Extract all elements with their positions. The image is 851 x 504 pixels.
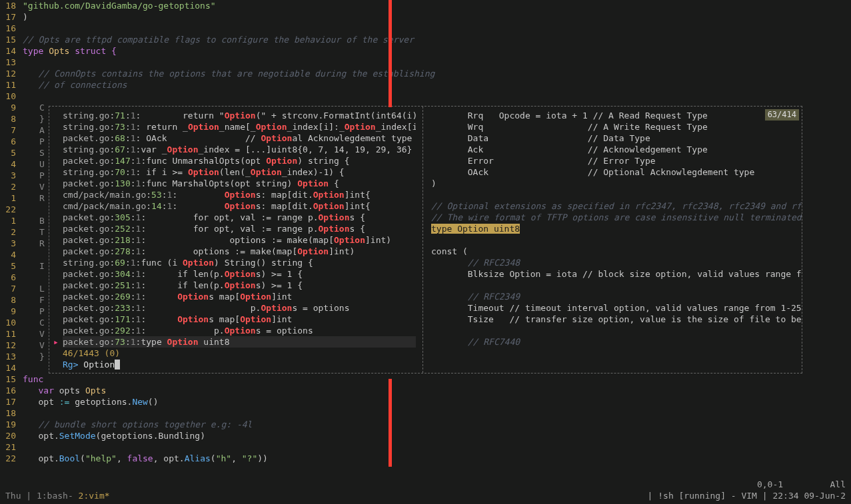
fzf-result-row[interactable]: string.go:67:1:var _Option_index = [...]… xyxy=(63,144,416,155)
preview-line: Rrq Opcode = iota + 1 // A Read Request … xyxy=(431,110,802,121)
line-number: 11 xyxy=(0,79,16,91)
side-char xyxy=(39,204,49,215)
side-char: R xyxy=(39,238,49,249)
line-number: 8 xyxy=(0,294,16,306)
code-line xyxy=(23,57,851,68)
fzf-result-row[interactable]: packet.go:252:1: for opt, val := range p… xyxy=(63,223,416,234)
fzf-result-row[interactable]: packet.go:304:1: if len(p.Options) >= 1 … xyxy=(63,268,416,280)
preview-line: Ack // Acknowledgement Type xyxy=(431,144,802,155)
fzf-result-row[interactable]: string.go:73:1: return _Option_name[_Opt… xyxy=(63,121,416,132)
code-keyword: struct { xyxy=(75,46,117,56)
fzf-result-row[interactable]: packet.go:68:1: OAck // Optional Acknowl… xyxy=(63,132,416,144)
fzf-result-row[interactable]: cmd/pack/main.go:14:1: Options: map[dit.… xyxy=(63,200,416,212)
preview-line xyxy=(431,325,802,336)
line-number: 3 xyxy=(0,238,16,249)
line-number: 16 xyxy=(0,385,16,396)
side-char: L xyxy=(39,283,49,294)
preview-line: Timeout // timeout interval option, vali… xyxy=(431,302,802,314)
fzf-result-row[interactable]: string.go:69:1:func (i Option) String() … xyxy=(63,257,416,268)
line-number: 19 xyxy=(0,419,16,430)
line-number: 10 xyxy=(0,317,16,328)
code-line: opt.SetMode(getoptions.Bundling) xyxy=(23,430,851,441)
tmux-window-active[interactable]: 2:vim* xyxy=(79,491,110,501)
preview-line: // The wire format of TFTP options are c… xyxy=(431,212,802,223)
line-number: 11 xyxy=(0,328,16,340)
fzf-result-row[interactable]: packet.go:233:1: p.Options = options xyxy=(63,302,416,314)
line-number: 17 xyxy=(0,11,16,23)
preview-line: // RFC2348 xyxy=(431,257,802,268)
code-line: opt.Bool("help", false, opt.Alias("h", "… xyxy=(23,453,851,464)
line-number: 18 xyxy=(0,407,16,419)
line-number: 12 xyxy=(0,340,16,351)
fzf-result-row[interactable]: packet.go:269:1: Options map[Option]int xyxy=(63,291,416,302)
line-number: 9 xyxy=(0,102,16,113)
line-number: 4 xyxy=(0,249,16,260)
preview-line: // Optional extensions as specified in r… xyxy=(431,200,802,212)
editor-root: 1817161514131211109876543212212345678910… xyxy=(0,0,851,504)
code-type: Opts xyxy=(49,46,75,56)
line-number: 14 xyxy=(0,45,16,57)
fzf-result-row[interactable]: packet.go:278:1: options := make(map[Opt… xyxy=(63,246,416,257)
fzf-result-row[interactable]: packet.go:171:1: Options map[Option]int xyxy=(63,314,416,325)
line-number: 22 xyxy=(0,453,16,464)
line-number: 10 xyxy=(0,91,16,102)
side-char: U xyxy=(39,158,49,170)
code-line: var opts Opts xyxy=(23,385,851,396)
fzf-result-row[interactable]: packet.go:147:1:func UnmarshalOpts(opt O… xyxy=(63,155,416,166)
fzf-result-row[interactable]: string.go:71:1: return "Option(" + strco… xyxy=(63,110,416,121)
line-number: 1 xyxy=(0,215,16,226)
fzf-result-row[interactable]: packet.go:130:1:func MarshalOpts(opt str… xyxy=(63,178,416,189)
side-char: A xyxy=(39,125,49,136)
tmux-window-inactive[interactable]: Thu | 1:bash- xyxy=(5,491,79,501)
side-char: V xyxy=(39,328,49,340)
line-number: 16 xyxy=(0,23,16,34)
code-comment: // bundle short options together e.g: -4… xyxy=(23,419,252,429)
side-char: S xyxy=(39,147,49,158)
fzf-results-pane[interactable]: string.go:71:1: return "Option(" + strco… xyxy=(49,107,423,373)
preview-line: OAck // Optional Acknowlegdement type xyxy=(431,166,802,178)
fzf-prompt-row[interactable]: Rg> Option xyxy=(63,359,416,370)
line-number: 9 xyxy=(0,306,16,317)
side-char xyxy=(39,249,49,260)
side-char: C xyxy=(39,317,49,328)
preview-line xyxy=(431,280,802,291)
preview-line: const ( xyxy=(431,246,802,257)
code-line: "github.com/DavidGamba/go-getoptions" xyxy=(23,1,216,11)
preview-line: Tsize // transfer size option, value is … xyxy=(431,314,802,325)
fzf-result-row[interactable]: packet.go:218:1: options := make(map[Opt… xyxy=(63,234,416,246)
fzf-prompt: Rg> xyxy=(63,360,78,370)
code-line xyxy=(23,464,851,475)
line-number: 17 xyxy=(0,396,16,407)
side-char: } xyxy=(39,351,49,362)
fzf-query[interactable]: Option xyxy=(83,360,115,370)
line-number: 13 xyxy=(0,351,16,362)
code-line xyxy=(23,441,851,453)
fzf-result-row[interactable]: string.go:70:1: if i >= Option(len(_Opti… xyxy=(63,166,416,178)
side-char: I xyxy=(39,260,49,272)
line-number: 7 xyxy=(0,283,16,294)
fzf-result-row[interactable]: packet.go:251:1: if len(p.Options) >= 1 … xyxy=(63,280,416,291)
fzf-result-row[interactable]: ▸packet.go:73:1:type Option uint8 xyxy=(63,336,416,348)
line-number: 15 xyxy=(0,374,16,385)
fzf-preview-pane[interactable]: 63/414 Rrq Opcode = iota + 1 // A Read R… xyxy=(423,107,802,373)
preview-line: type Option uint8 xyxy=(431,223,802,234)
fzf-result-row[interactable]: packet.go:305:1: for opt, val := range p… xyxy=(63,212,416,223)
ruler: 0,0-1 All xyxy=(757,479,846,490)
code-line: opt := getoptions.New() xyxy=(23,396,851,407)
color-column xyxy=(389,379,392,467)
code-comment: // ConnOpts contains the options that ar… xyxy=(23,69,434,79)
side-char: V xyxy=(39,340,49,351)
side-char: F xyxy=(39,294,49,306)
line-number: 4 xyxy=(0,158,16,170)
line-number: 20 xyxy=(0,430,16,441)
preview-line: Error // Error Type xyxy=(431,155,802,166)
line-number: 5 xyxy=(0,260,16,272)
vim-status-right: | !sh [running] - VIM | 22:34 09-Jun-2 xyxy=(648,490,846,501)
fzf-result-row[interactable]: cmd/pack/main.go:53:1: Options: map[dit.… xyxy=(63,189,416,200)
fzf-cursor xyxy=(115,360,120,370)
line-number: 12 xyxy=(0,68,16,79)
color-column xyxy=(389,0,392,107)
preview-line: ) xyxy=(431,178,802,189)
code-comment: // Opts are tftpd compatible flags to co… xyxy=(23,35,414,45)
fzf-result-row[interactable]: packet.go:292:1: p.Options = options xyxy=(63,325,416,336)
